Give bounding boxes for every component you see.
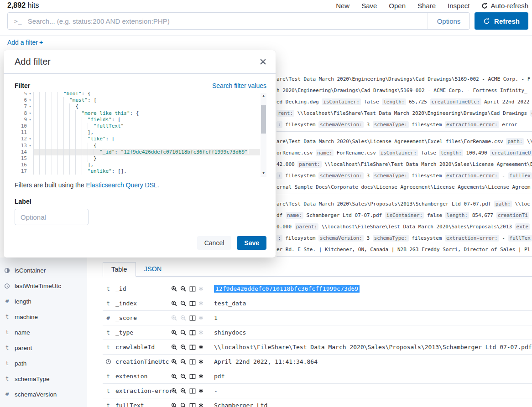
auto-refresh-button[interactable]: Auto-refresh: [481, 2, 528, 10]
filter-for-presence-button[interactable]: [198, 403, 203, 407]
editor-scrollbar[interactable]: ▲ ▼: [261, 93, 266, 177]
tab-table[interactable]: Table: [103, 262, 136, 277]
filter-for-presence-button[interactable]: [198, 330, 203, 335]
zoom-in-button[interactable]: [171, 286, 177, 292]
zoom-out-button[interactable]: [180, 359, 187, 365]
editor-line-11: 11],: [15, 129, 266, 136]
toggle-column-button[interactable]: [189, 315, 196, 321]
scroll-down-icon[interactable]: ▼: [261, 170, 266, 176]
zoom-in-button[interactable]: [171, 402, 177, 407]
sidebar-field-label: isContainer: [15, 267, 46, 274]
filter-label-input[interactable]: [15, 209, 89, 225]
sidebar-field-path[interactable]: tpath: [0, 355, 87, 371]
sidebar-field-machine[interactable]: tmachine: [0, 309, 87, 325]
zoom-in-button[interactable]: [171, 330, 177, 336]
toggle-column-button[interactable]: [189, 344, 196, 350]
number-type-icon: #: [106, 315, 110, 321]
zoom-out-button[interactable]: [180, 373, 187, 380]
options-button[interactable]: Options: [428, 13, 469, 29]
add-filter-link[interactable]: Add a filter+: [7, 39, 43, 46]
filter-for-presence-button[interactable]: [198, 345, 203, 350]
toggle-column-button[interactable]: [189, 388, 196, 394]
zoom-out-button[interactable]: [180, 300, 187, 307]
filter-for-presence-button[interactable]: [198, 388, 203, 393]
filter-for-presence-button[interactable]: [198, 374, 203, 379]
tab-json[interactable]: JSON: [136, 262, 170, 276]
field-name: creationTimeUtc: [115, 358, 171, 365]
sidebar-field-schemaVersion[interactable]: #schemaVersion: [0, 386, 87, 402]
dsl-note-suffix: .: [157, 181, 159, 189]
filter-for-presence-icon: [198, 301, 203, 306]
toggle-column-button[interactable]: [189, 402, 196, 407]
document-summary-line: df name: Schamberger Ltd 07-07.pdf isCon…: [276, 210, 532, 221]
string-type-icon: t: [106, 373, 110, 380]
menu-item-inspect[interactable]: Inspect: [448, 2, 469, 10]
toggle-column-button[interactable]: [189, 359, 196, 365]
filter-for-presence-button[interactable]: [198, 359, 203, 364]
zoom-out-button[interactable]: [180, 330, 187, 336]
zoom-in-button[interactable]: [171, 315, 177, 321]
zoom-out-button[interactable]: [180, 315, 187, 321]
sidebar-field-isContainer[interactable]: isContainer: [0, 263, 87, 278]
scrollbar-thumb[interactable]: [261, 105, 266, 134]
zoom-in-button[interactable]: [171, 388, 177, 394]
document-summary-1[interactable]: are\Test Data March 2020\Engineering\Dra…: [276, 72, 532, 132]
fold-arrow-icon[interactable]: ▾: [27, 110, 33, 117]
sidebar-field-schemaType[interactable]: tschemaType: [0, 371, 87, 386]
toggle-column-button[interactable]: [189, 286, 196, 292]
toggle-column-button[interactable]: [189, 330, 196, 336]
fold-arrow-icon[interactable]: ▾: [27, 103, 33, 110]
zoom-out-button[interactable]: [180, 344, 187, 350]
fold-arrow-icon[interactable]: ▾: [27, 136, 33, 142]
document-summary-3[interactable]: are\Test Data March 2020\Sales\Proposals…: [276, 194, 532, 257]
line-number: 11: [15, 129, 27, 136]
sidebar-field-name[interactable]: tname: [0, 325, 87, 340]
zoom-out-button[interactable]: [180, 402, 187, 407]
document-summary-2[interactable]: are\Test Data March 2020\Sales\License A…: [276, 132, 532, 194]
sidebar-field-lastWriteTimeUtc[interactable]: lastWriteTimeUtc: [0, 278, 87, 294]
scroll-up-icon[interactable]: ▲: [261, 93, 266, 98]
zoom-in-button[interactable]: [171, 359, 177, 365]
field-name: _id: [115, 285, 171, 292]
zoom-in-button[interactable]: [171, 300, 177, 307]
elasticsearch-dsl-link[interactable]: Elasticsearch Query DSL: [86, 181, 157, 189]
refresh-button[interactable]: Refresh: [475, 12, 528, 30]
editor-lines: 5▾"bool": {6▾"must": [7▾{8▾"more_like_th…: [15, 92, 266, 175]
filter-for-presence-button[interactable]: [198, 301, 203, 306]
filter-for-presence-button[interactable]: [198, 286, 203, 291]
menu-item-share[interactable]: Share: [417, 2, 436, 10]
fold-arrow-icon[interactable]: ▾: [27, 97, 33, 103]
menu-item-save[interactable]: Save: [361, 2, 377, 10]
toggle-column-icon: [189, 373, 196, 380]
sidebar-field-parent[interactable]: tparent: [0, 340, 87, 355]
query-dsl-editor[interactable]: 5▾"bool": {6▾"must": [7▾{8▾"more_like_th…: [15, 92, 266, 177]
toggle-column-icon: [189, 286, 196, 292]
toggle-column-button[interactable]: [189, 373, 196, 380]
indent-guides: [33, 162, 88, 168]
save-button[interactable]: Save: [237, 236, 266, 250]
sidebar-field-length[interactable]: #length: [0, 294, 87, 309]
plus-icon: +: [39, 39, 43, 46]
hits-label: hits: [28, 1, 39, 9]
field-name-badge: extraction-error:: [445, 235, 499, 242]
toggle-column-button[interactable]: [189, 300, 196, 307]
filter-for-presence-button[interactable]: [198, 315, 203, 320]
fold-spacer: [27, 162, 33, 168]
zoom-out-button[interactable]: [180, 286, 187, 292]
fold-arrow-icon[interactable]: ▾: [27, 92, 33, 97]
menu-item-open[interactable]: Open: [389, 2, 406, 10]
zoom-out-button[interactable]: [180, 388, 187, 394]
document-detail-panel: TableJSON t_id12f9de426ddefc0710118bfc36…: [103, 262, 532, 407]
zoom-in-button[interactable]: [171, 373, 177, 380]
hits-count: 2,892 hits: [7, 1, 39, 10]
zoom-in-button[interactable]: [171, 344, 177, 350]
search-input[interactable]: [28, 13, 428, 29]
close-icon[interactable]: [260, 58, 266, 65]
editor-line-5: 5▾"bool": {: [15, 92, 266, 97]
menu-item-new[interactable]: New: [336, 2, 349, 10]
fold-arrow-icon[interactable]: ▾: [27, 117, 33, 123]
cancel-button[interactable]: Cancel: [197, 236, 232, 250]
toggle-column-icon: [189, 330, 196, 336]
fold-arrow-icon[interactable]: ▾: [27, 143, 33, 149]
search-filter-values-link[interactable]: Search filter values: [212, 82, 266, 89]
